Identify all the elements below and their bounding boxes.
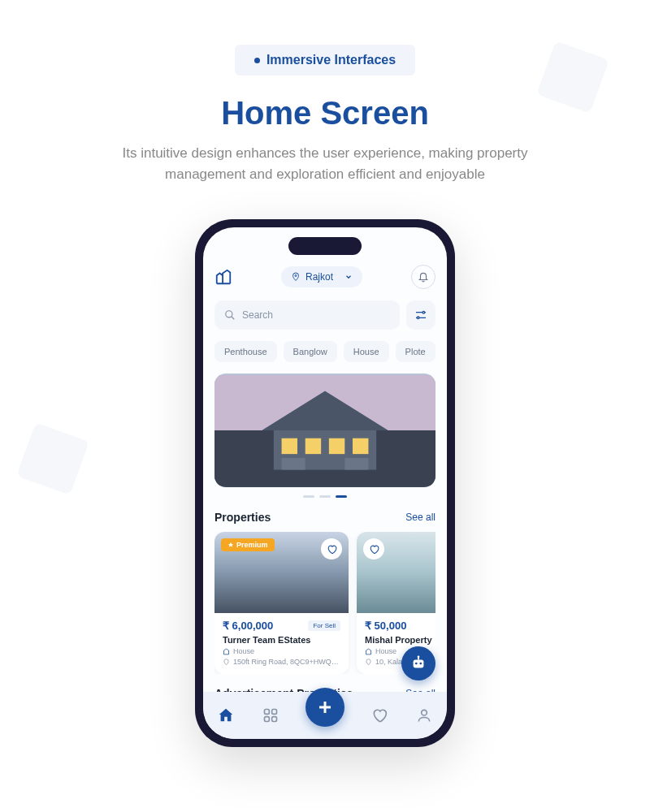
chip-house[interactable]: House — [344, 341, 389, 362]
property-price: ₹ 6,00,000 — [223, 620, 273, 632]
phone-frame: Rajkot Search Penthouse Banglow — [195, 219, 455, 747]
decorative-cube — [16, 422, 89, 495]
hero-carousel[interactable] — [214, 374, 436, 487]
property-tag: For Sell — [308, 620, 340, 631]
property-name: Turner Team EStates — [223, 635, 340, 645]
user-icon — [416, 707, 432, 723]
svg-point-0 — [295, 275, 297, 277]
property-card[interactable]: Premium ₹ 6,00,000 For Sell Turner Team … — [214, 532, 349, 674]
notifications-button[interactable] — [411, 265, 436, 289]
nav-grid[interactable] — [260, 705, 281, 726]
search-icon — [224, 309, 236, 321]
svg-point-1 — [226, 311, 232, 317]
svg-point-3 — [417, 317, 419, 319]
app-content: Rajkot Search Penthouse Banglow — [203, 227, 447, 739]
crown-icon — [228, 542, 234, 548]
property-cards: Premium ₹ 6,00,000 For Sell Turner Team … — [214, 532, 436, 674]
property-type: House — [375, 647, 396, 655]
carousel-dots — [214, 495, 436, 498]
search-placeholder: Search — [242, 309, 273, 321]
bottom-nav — [203, 692, 447, 739]
bullet-icon — [254, 58, 260, 63]
pin-icon — [291, 272, 301, 282]
svg-point-16 — [419, 663, 422, 665]
nav-favorites[interactable] — [369, 705, 390, 726]
chat-fab[interactable] — [401, 646, 436, 680]
property-type: House — [233, 647, 254, 655]
chevron-down-icon — [344, 273, 353, 281]
dot-active[interactable] — [336, 495, 347, 498]
sliders-icon — [414, 309, 427, 322]
grid-icon — [262, 707, 279, 723]
svg-rect-20 — [265, 717, 270, 722]
property-address: 150ft Ring Road, 8QC9+HWQ, Kris... — [233, 658, 340, 666]
card-body: ₹ 6,00,000 For Sell Turner Team EStates … — [214, 613, 349, 674]
svg-rect-21 — [272, 717, 277, 722]
svg-rect-18 — [265, 710, 270, 715]
svg-rect-10 — [329, 438, 344, 454]
svg-point-2 — [422, 311, 425, 313]
search-row: Search — [214, 300, 436, 330]
pill-label: Immersive Interfaces — [266, 53, 396, 67]
chip-banglow[interactable]: Banglow — [284, 341, 337, 362]
svg-point-22 — [422, 710, 427, 715]
nav-home[interactable] — [215, 705, 236, 726]
premium-badge: Premium — [221, 538, 275, 551]
favorite-button[interactable] — [321, 538, 342, 559]
top-bar: Rajkot — [214, 265, 436, 289]
svg-rect-8 — [282, 438, 297, 454]
see-all-link[interactable]: See all — [405, 512, 436, 523]
search-input[interactable]: Search — [214, 300, 400, 330]
heart-icon — [369, 544, 379, 555]
filter-button[interactable] — [406, 300, 436, 330]
building-icon — [223, 648, 230, 655]
property-price: ₹ 50,000 — [365, 620, 406, 632]
svg-rect-13 — [344, 458, 368, 470]
page-subtitle: Its intuitive design enhances the user e… — [98, 143, 552, 184]
chip-plote[interactable]: Plote — [396, 341, 436, 362]
svg-point-17 — [418, 655, 420, 658]
hero-house-illustration — [214, 374, 436, 487]
app-logo-icon[interactable] — [214, 268, 232, 286]
properties-header: Properties See all — [214, 511, 436, 524]
svg-rect-14 — [414, 659, 424, 667]
phone-notch — [288, 237, 362, 255]
property-image — [357, 532, 436, 613]
heart-icon — [327, 544, 337, 555]
building-icon — [365, 648, 372, 655]
favorite-button[interactable] — [363, 538, 384, 559]
dot[interactable] — [319, 495, 331, 498]
svg-point-15 — [415, 663, 418, 665]
property-name: Mishal Property — [365, 635, 436, 645]
property-image: Premium — [214, 532, 349, 613]
plus-icon — [315, 698, 335, 717]
svg-rect-11 — [353, 438, 368, 454]
home-icon — [217, 706, 235, 724]
pin-icon — [365, 659, 372, 666]
svg-rect-12 — [282, 458, 306, 470]
nav-profile[interactable] — [414, 705, 435, 726]
location-label: Rajkot — [306, 271, 333, 283]
dot[interactable] — [303, 495, 314, 498]
pin-icon — [223, 659, 230, 666]
svg-rect-9 — [306, 438, 321, 454]
add-fab[interactable] — [306, 688, 344, 727]
chatbot-icon — [410, 654, 427, 672]
phone-screen: Rajkot Search Penthouse Banglow — [203, 227, 447, 739]
category-chips: Penthouse Banglow House Plote Co — [214, 341, 436, 362]
heart-icon — [371, 707, 388, 723]
bell-icon — [418, 271, 429, 283]
section-title: Properties — [214, 511, 271, 524]
feature-pill: Immersive Interfaces — [235, 45, 415, 76]
location-selector[interactable]: Rajkot — [281, 266, 362, 287]
chip-penthouse[interactable]: Penthouse — [214, 341, 277, 362]
svg-rect-19 — [272, 710, 277, 715]
page-title: Home Screen — [0, 95, 650, 132]
